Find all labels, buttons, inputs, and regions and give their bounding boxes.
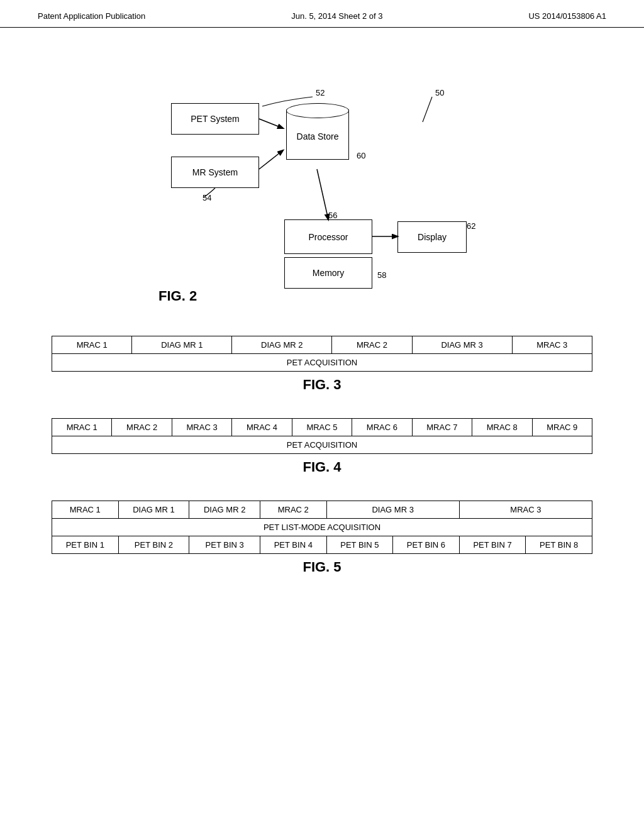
fig5-r3c1: PET BIN 1 (52, 536, 119, 554)
fig4-caption: FIG. 4 (303, 459, 341, 475)
fig5-caption: FIG. 5 (303, 559, 341, 575)
fig3-r1c6: MRAC 3 (512, 336, 592, 354)
main-content: PET System MR System Data Store Processo… (0, 28, 644, 594)
fig4-r1c9: MRAC 9 (532, 419, 592, 436)
fig4-r1c4: MRAC 4 (232, 419, 292, 436)
fig2-caption: FIG. 2 (158, 288, 197, 304)
svg-text:54: 54 (203, 193, 211, 202)
fig5-r3c3: PET BIN 3 (189, 536, 260, 554)
fig3-caption: FIG. 3 (303, 377, 341, 393)
fig5-table: MRAC 1DIAG MR 1DIAG MR 2MRAC 2DIAG MR 3M… (52, 501, 592, 554)
svg-text:50: 50 (435, 88, 444, 97)
fig3-pet-acquisition: PET ACQUISITION (52, 354, 592, 372)
fig5-r1c4: MRAC 2 (260, 501, 327, 519)
fig4-table: MRAC 1 MRAC 2 MRAC 3 MRAC 4 MRAC 5 MRAC … (52, 418, 592, 454)
fig3-row1: MRAC 1 DIAG MR 1 DIAG MR 2 MRAC 2 DIAG M… (52, 336, 592, 354)
fig3-table: MRAC 1 DIAG MR 1 DIAG MR 2 MRAC 2 DIAG M… (52, 336, 592, 372)
fig4-r1c2: MRAC 2 (112, 419, 172, 436)
data-store-label: Data Store (286, 131, 349, 141)
header-left: Patent Application Publication (38, 11, 145, 21)
fig5-r1c3: DIAG MR 2 (189, 501, 260, 519)
fig3-r1c1: MRAC 1 (52, 336, 132, 354)
fig5-r3c8: PET BIN 8 (526, 536, 592, 554)
mr-system-box: MR System (171, 157, 259, 188)
cylinder-top (286, 103, 349, 118)
fig4-r1c1: MRAC 1 (52, 419, 112, 436)
fig3-section: MRAC 1 DIAG MR 1 DIAG MR 2 MRAC 2 DIAG M… (50, 336, 594, 393)
fig4-r1c3: MRAC 3 (172, 419, 231, 436)
fig5-r1c5: DIAG MR 3 (326, 501, 459, 519)
svg-line-9 (317, 169, 328, 219)
fig3-row2: PET ACQUISITION (52, 354, 592, 372)
fig4-r1c6: MRAC 6 (352, 419, 412, 436)
fig5-r1c1: MRAC 1 (52, 501, 119, 519)
fig5-r3c7: PET BIN 7 (459, 536, 526, 554)
fig3-r1c3: DIAG MR 2 (232, 336, 332, 354)
header-right: US 2014/0153806 A1 (528, 11, 606, 21)
fig4-r1c7: MRAC 7 (412, 419, 472, 436)
fig4-section: MRAC 1 MRAC 2 MRAC 3 MRAC 4 MRAC 5 MRAC … (50, 418, 594, 475)
fig5-r3c2: PET BIN 2 (118, 536, 189, 554)
data-store-cylinder: Data Store (283, 100, 352, 169)
svg-text:56: 56 (328, 211, 337, 220)
fig5-r3c5: PET BIN 5 (326, 536, 393, 554)
processor-label: Processor (308, 232, 348, 242)
fig5-row2: PET LIST-MODE ACQUISITION (52, 519, 592, 536)
fig4-r1c8: MRAC 8 (472, 419, 532, 436)
svg-line-7 (259, 119, 283, 128)
fig5-r1c6: MRAC 3 (459, 501, 592, 519)
header-center: Jun. 5, 2014 Sheet 2 of 3 (291, 11, 382, 21)
fig4-r1c5: MRAC 5 (292, 419, 352, 436)
memory-box: Memory (284, 257, 372, 289)
mr-system-label: MR System (192, 167, 238, 177)
fig3-r1c2: DIAG MR 1 (132, 336, 232, 354)
fig2-diagram: PET System MR System Data Store Processo… (146, 65, 498, 317)
memory-label: Memory (313, 268, 345, 278)
fig2-section: PET System MR System Data Store Processo… (50, 65, 594, 317)
display-label: Display (418, 232, 447, 242)
fig5-section: MRAC 1DIAG MR 1DIAG MR 2MRAC 2DIAG MR 3M… (50, 501, 594, 575)
fig5-r3c6: PET BIN 6 (393, 536, 460, 554)
svg-line-8 (259, 150, 283, 169)
svg-text:60: 60 (357, 151, 365, 160)
fig5-row1: MRAC 1DIAG MR 1DIAG MR 2MRAC 2DIAG MR 3M… (52, 501, 592, 519)
fig5-pet-listmode: PET LIST-MODE ACQUISITION (52, 519, 592, 536)
svg-text:58: 58 (377, 270, 386, 280)
svg-text:52: 52 (316, 88, 325, 97)
fig5-r3c4: PET BIN 4 (260, 536, 327, 554)
svg-text:62: 62 (467, 221, 475, 231)
fig4-row1: MRAC 1 MRAC 2 MRAC 3 MRAC 4 MRAC 5 MRAC … (52, 419, 592, 436)
fig5-r1c2: DIAG MR 1 (118, 501, 189, 519)
fig5-row3: PET BIN 1PET BIN 2PET BIN 3PET BIN 4PET … (52, 536, 592, 554)
processor-box: Processor (284, 219, 372, 254)
fig3-r1c4: MRAC 2 (332, 336, 412, 354)
pet-system-label: PET System (191, 114, 240, 124)
pet-system-box: PET System (171, 103, 259, 135)
fig3-r1c5: DIAG MR 3 (412, 336, 512, 354)
fig4-row2: PET ACQUISITION (52, 436, 592, 454)
fig4-pet-acquisition: PET ACQUISITION (52, 436, 592, 454)
page-header: Patent Application Publication Jun. 5, 2… (0, 0, 644, 28)
display-box: Display (397, 221, 467, 253)
